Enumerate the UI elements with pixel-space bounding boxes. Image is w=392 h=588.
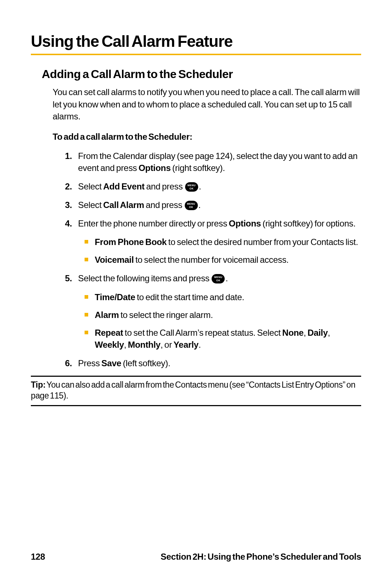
text: Enter the phone number directly or press [78, 219, 229, 228]
section-heading: Adding a Call Alarm to the Scheduler [42, 68, 361, 81]
icon-text: MENU [212, 276, 225, 278]
text: . [199, 340, 201, 350]
icon-text: OK [185, 206, 198, 208]
text: . [199, 200, 201, 210]
bold: Monthly [128, 340, 160, 350]
text: , [303, 328, 307, 338]
text: to edit the start time and date. [135, 292, 244, 302]
text: to select the desired number from your C… [167, 237, 358, 247]
manual-page: Using the Call Alarm Feature Adding a Ca… [0, 0, 392, 588]
text: . [225, 273, 228, 283]
text: Press [78, 358, 101, 368]
sub-item-alarm: Alarm to select the ringer alarm. [95, 309, 361, 321]
text: , [328, 328, 330, 338]
icon-text: OK [212, 279, 225, 282]
icon-text: MENU [185, 203, 198, 205]
page-title: Using the Call Alarm Feature [31, 33, 361, 50]
sub-item-repeat: Repeat to set the Call Alarm’s repeat st… [95, 327, 361, 351]
text: , or [160, 340, 173, 350]
tip-block: Tip: You can also add a call alarm from … [31, 376, 361, 406]
bold: Call Alarm [103, 200, 144, 210]
menu-ok-icon: MENUOK [185, 201, 198, 210]
bold: Options [139, 163, 171, 173]
menu-ok-icon: MENUOK [212, 274, 225, 283]
sublist: Time/Date to edit the start time and dat… [95, 291, 361, 351]
bold: Time/Date [95, 292, 135, 302]
bold: Save [101, 358, 121, 368]
bold: Options [229, 219, 261, 228]
text: , [124, 340, 128, 350]
step-1: From the Calendar display (see page 124)… [78, 150, 361, 174]
sub-item-phonebook: From Phone Book to select the desired nu… [95, 236, 361, 248]
step-4: Enter the phone number directly or press… [78, 217, 361, 266]
step-2: Select Add Event and press MENUOK. [78, 180, 361, 192]
text: . [199, 181, 201, 191]
text: and press [144, 181, 184, 191]
bold: Alarm [95, 310, 119, 320]
title-divider [31, 54, 361, 55]
procedure-lead: To add a call alarm to the Scheduler: [53, 132, 361, 142]
text: to set the Call Alarm’s repeat status. S… [123, 328, 282, 338]
bold: Add Event [103, 181, 144, 191]
icon-text: OK [185, 187, 198, 190]
text: to select the ringer alarm. [119, 310, 213, 320]
text: (left softkey). [121, 358, 170, 368]
section-reference: Section 2H: Using the Phone’s Scheduler … [161, 552, 361, 562]
steps-list: From the Calendar display (see page 124)… [67, 150, 361, 369]
bold: Yearly [173, 340, 199, 350]
text: to select the number for voicemail acces… [134, 255, 289, 265]
sub-item-timedate: Time/Date to edit the start time and dat… [95, 291, 361, 303]
bold: Repeat [95, 328, 123, 338]
icon-text: MENU [185, 184, 198, 187]
tip-text: You can also add a call alarm from the C… [31, 380, 355, 400]
text: and press [144, 200, 184, 210]
sub-item-voicemail: Voicemail to select the number for voice… [95, 254, 361, 266]
bold: None [282, 328, 304, 338]
bold: Weekly [95, 340, 124, 350]
text: Select the following items and press [78, 273, 211, 283]
bold: Daily [307, 328, 328, 338]
page-number: 128 [31, 552, 45, 562]
intro-paragraph: You can set call alarms to notify you wh… [53, 86, 361, 122]
sublist: From Phone Book to select the desired nu… [95, 236, 361, 266]
tip-label: Tip: [31, 380, 46, 389]
text: Select [78, 200, 103, 210]
bold: From Phone Book [95, 237, 167, 247]
text: Select [78, 181, 103, 191]
text: (right softkey). [171, 163, 225, 173]
step-6: Press Save (left softkey). [78, 357, 361, 369]
text: (right softkey) for options. [261, 219, 356, 228]
page-footer: 128 Section 2H: Using the Phone’s Schedu… [31, 552, 361, 562]
step-3: Select Call Alarm and press MENUOK. [78, 199, 361, 211]
menu-ok-icon: MENUOK [185, 182, 198, 192]
bold: Voicemail [95, 255, 134, 265]
step-5: Select the following items and press MEN… [78, 272, 361, 351]
